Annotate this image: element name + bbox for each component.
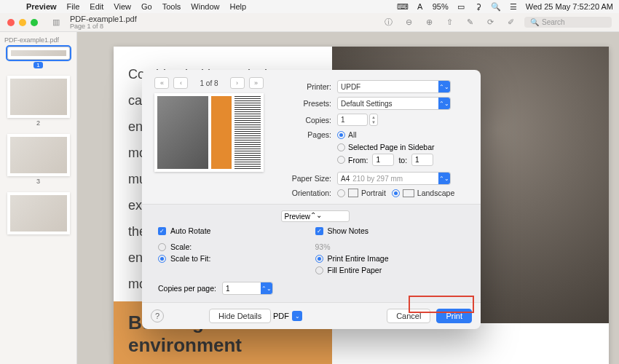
preview-prev-button[interactable]: ‹ (173, 77, 188, 89)
page-thumbnail[interactable] (7, 76, 70, 118)
scale-label[interactable]: Scale: (170, 242, 192, 251)
presets-value: Default Settings (341, 100, 393, 108)
print-preview-thumbnail (154, 93, 264, 172)
chevron-updown-icon: ⌃⌄ (261, 282, 272, 294)
pages-to-input[interactable]: 1 (411, 154, 433, 166)
apple-menu-icon[interactable] (6, 1, 16, 12)
pages-to-label: to: (398, 156, 407, 165)
pages-all-option[interactable]: All (348, 130, 357, 139)
window-title-area: PDF-example1.pdf Page 1 of 8 (70, 15, 137, 31)
search-icon: 🔍 (530, 18, 539, 26)
orientation-label: Orientation: (275, 189, 331, 197)
minimize-window-button[interactable] (19, 19, 26, 26)
print-button[interactable]: Print (436, 309, 472, 323)
scale-to-fit-radio[interactable] (158, 255, 166, 263)
menu-window[interactable]: Window (191, 2, 219, 11)
battery-icon[interactable]: ▭ (456, 1, 466, 12)
cancel-button[interactable]: Cancel (387, 309, 430, 323)
highlight-icon[interactable]: ✎ (463, 16, 476, 29)
markup-icon[interactable]: ✐ (504, 16, 517, 29)
dialog-footer: ? Hide Details PDF ⌄ Cancel Print (142, 303, 481, 329)
print-options-form: Printer: UPDF ⌃⌄ Presets: Default Settin… (275, 77, 472, 201)
orientation-landscape-radio[interactable] (392, 189, 400, 197)
scale-radio[interactable] (158, 243, 166, 251)
print-entire-image-label[interactable]: Print Entire Image (328, 254, 389, 263)
scale-to-fit-label[interactable]: Scale to Fit: (170, 254, 210, 263)
menu-help[interactable]: Help (229, 2, 246, 11)
help-button[interactable]: ? (151, 309, 164, 323)
preview-page-label: 1 of 8 (192, 79, 225, 87)
page-thumbnail[interactable] (7, 47, 70, 60)
app-menu[interactable]: Preview (26, 2, 57, 11)
chevron-updown-icon: ⌃⌄ (438, 98, 450, 109)
print-entire-image-radio[interactable] (315, 255, 323, 263)
menu-file[interactable]: File (67, 2, 80, 11)
control-center-icon[interactable]: ☰ (508, 1, 519, 12)
close-window-button[interactable] (7, 19, 15, 26)
chevron-updown-icon: ⌃⌄ (438, 81, 450, 92)
pdf-dropdown[interactable]: PDF ⌄ (273, 311, 302, 321)
rotate-icon[interactable]: ⟳ (484, 16, 497, 29)
menu-tools[interactable]: Tools (162, 2, 181, 11)
copies-per-page-select[interactable]: 1 ⌃⌄ (222, 282, 273, 295)
orientation-landscape-option[interactable]: Landscape (417, 189, 454, 197)
text-input-icon[interactable]: A (415, 1, 425, 12)
window-toolbar: ▥ PDF-example1.pdf Page 1 of 8 ⓘ ⊖ ⊕ ⇧ ✎… (0, 13, 619, 32)
window-subtitle: Page 1 of 8 (70, 23, 137, 31)
pages-all-radio[interactable] (337, 131, 345, 139)
menu-view[interactable]: View (114, 2, 131, 11)
spotlight-icon[interactable]: 🔍 (491, 1, 501, 12)
zoom-out-icon[interactable]: ⊖ (402, 16, 415, 29)
show-notes-label[interactable]: Show Notes (328, 226, 369, 235)
print-preview-pane: « ‹ 1 of 8 › » (151, 77, 267, 201)
portrait-icon (348, 189, 358, 197)
page-number: 3 (4, 178, 72, 185)
wifi-icon[interactable]: ⚳ (473, 1, 484, 12)
page-number-badge: 1 (33, 62, 42, 68)
orientation-portrait-radio[interactable] (337, 189, 345, 197)
pages-range-radio[interactable] (337, 156, 345, 164)
preview-last-button[interactable]: » (249, 77, 264, 89)
print-section-select[interactable]: Preview ⌃⌄ (281, 210, 350, 222)
copies-stepper[interactable]: ▲▼ (369, 114, 378, 126)
page-thumbnail[interactable] (7, 192, 70, 234)
fill-entire-paper-label[interactable]: Fill Entire Paper (328, 266, 382, 274)
zoom-in-icon[interactable]: ⊕ (422, 16, 435, 29)
pages-selected-option[interactable]: Selected Page in Sidebar (348, 143, 435, 151)
copies-input[interactable]: 1 (337, 114, 368, 126)
menu-edit[interactable]: Edit (90, 2, 103, 11)
printer-select[interactable]: UPDF ⌃⌄ (337, 80, 451, 93)
pages-from-input[interactable]: 1 (372, 154, 394, 166)
print-dialog: « ‹ 1 of 8 › » Printer: UPDF ⌃⌄ Presets: (142, 70, 481, 329)
info-icon[interactable]: ⓘ (382, 16, 395, 29)
fill-entire-paper-radio[interactable] (315, 266, 323, 274)
menubar-datetime[interactable]: Wed 25 May 7:52:20 AM (526, 2, 613, 11)
pages-selected-radio[interactable] (337, 143, 345, 151)
chevron-down-icon: ⌄ (292, 311, 302, 321)
chevron-updown-icon: ⌃⌄ (438, 173, 450, 184)
hide-details-button[interactable]: Hide Details (209, 309, 271, 323)
preview-first-button[interactable]: « (154, 77, 169, 89)
window-title: PDF-example1.pdf (70, 15, 137, 23)
share-icon[interactable]: ⇧ (443, 16, 456, 29)
preview-next-button[interactable]: › (230, 77, 245, 89)
orientation-portrait-option[interactable]: Portrait (361, 189, 386, 197)
sidebar-toggle-icon[interactable]: ▥ (50, 16, 63, 29)
page-thumbnail[interactable] (7, 134, 70, 176)
keyboard-icon[interactable]: ⌨ (398, 1, 408, 12)
show-notes-checkbox[interactable] (315, 227, 323, 235)
window-traffic-lights (7, 19, 38, 26)
zoom-window-button[interactable] (31, 19, 38, 26)
thumbnail-sidebar[interactable]: PDF-example1.pdf 1 2 3 (0, 32, 77, 364)
printer-label: Printer: (275, 82, 331, 91)
paper-size-hint: 210 by 297 mm (352, 175, 403, 183)
pages-from-label: From: (348, 156, 368, 165)
menu-go[interactable]: Go (141, 2, 152, 11)
paper-size-select[interactable]: A4 210 by 297 mm ⌃⌄ (337, 172, 451, 185)
search-placeholder: Search (542, 18, 565, 26)
presets-select[interactable]: Default Settings ⌃⌄ (337, 97, 451, 110)
paper-size-value: A4 (341, 175, 350, 183)
search-field[interactable]: 🔍 Search (524, 17, 612, 28)
auto-rotate-label[interactable]: Auto Rotate (170, 226, 210, 235)
auto-rotate-checkbox[interactable] (158, 227, 166, 235)
